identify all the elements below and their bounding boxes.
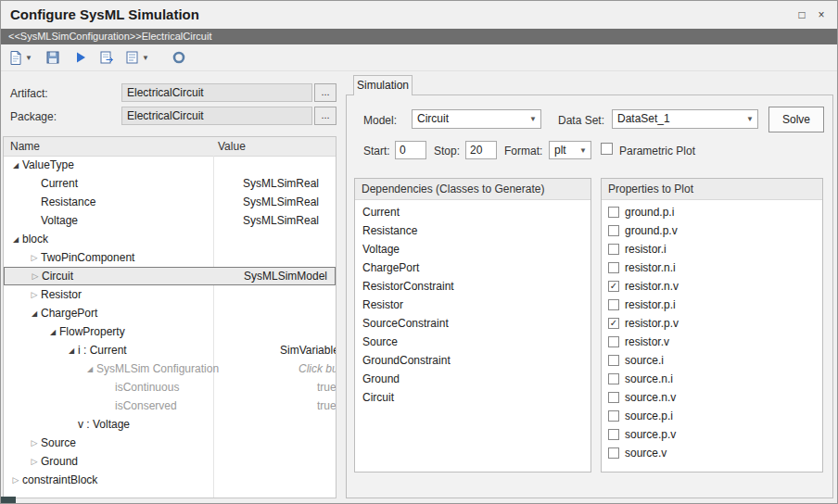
property-item[interactable]: source.p.i [602,407,822,425]
property-item[interactable]: resistor.v [602,333,822,351]
tree-row[interactable]: isContinuoustrue [4,378,336,397]
checkbox-unchecked-icon[interactable] [608,225,619,236]
model-dropdown[interactable]: Circuit ▼ [412,109,541,129]
parametric-plot-checkbox[interactable] [601,143,613,155]
checkbox-checked-icon[interactable]: ✓ [608,318,619,329]
tree-row[interactable]: ▷constraintBlock [4,471,336,489]
checkbox-unchecked-icon[interactable] [608,336,619,347]
dependency-item[interactable]: GroundConstraint [355,351,590,370]
property-item[interactable]: source.p.v [602,425,822,444]
tree-row[interactable]: ResistanceSysMLSimReal [4,193,336,211]
tree-expanded-icon[interactable]: ◢ [83,365,96,373]
checkbox-unchecked-icon[interactable] [608,299,619,310]
checkbox-unchecked-icon[interactable] [608,429,619,440]
tree-row[interactable]: ◢SysMLSim ConfigurationClick button to c… [4,359,336,378]
dependency-item[interactable]: SourceConstraint [355,314,590,333]
dataset-label: Data Set: [558,114,604,127]
tree-collapsed-icon[interactable]: ▷ [28,290,41,299]
tree-collapsed-icon[interactable]: ▷ [9,475,22,485]
tree-row[interactable]: isConservedtrue [4,397,336,415]
generate-code-button[interactable] [99,49,114,66]
property-item[interactable]: resistor.i [602,240,822,258]
package-browse-button[interactable]: ... [314,107,336,125]
property-item[interactable]: ✓resistor.n.v [602,277,822,296]
checkbox-unchecked-icon[interactable] [608,262,619,273]
format-label: Format: [504,145,542,158]
tree-row[interactable]: VoltageSysMLSimReal [4,211,336,230]
tree-item-value: SysMLSimReal [237,177,336,190]
tree-row[interactable]: ◢ChargePort [4,304,336,322]
dependency-item[interactable]: ChargePort [355,258,590,277]
property-item[interactable]: resistor.p.i [602,296,822,314]
close-button[interactable]: × [814,8,829,23]
tree-expanded-icon[interactable]: ◢ [65,346,78,355]
tree-row[interactable]: ▷Resistor [4,285,336,304]
save-button[interactable] [45,49,60,66]
tree-row[interactable]: ◢ValueType [4,156,336,174]
tree-collapsed-icon[interactable]: ▷ [29,271,42,281]
format-dropdown[interactable]: plt ▼ [549,141,591,159]
tree-row[interactable]: ◢i : CurrentSimVariable [4,341,336,359]
tree-collapsed-icon[interactable]: ▷ [28,457,41,466]
checkbox-unchecked-icon[interactable] [608,447,619,459]
tab-simulation[interactable]: Simulation [353,75,413,95]
checkbox-unchecked-icon[interactable] [608,410,619,422]
tree-item-value: true [311,399,336,412]
artifact-field[interactable]: ElectricalCircuit [121,83,312,102]
checkbox-unchecked-icon[interactable] [608,207,619,218]
checkbox-checked-icon[interactable]: ✓ [608,281,619,292]
dependency-item[interactable]: Resistor [355,296,590,314]
stop-input[interactable] [465,141,497,159]
tree-row[interactable]: ▷CircuitSysMLSimModel [4,267,336,285]
build-button[interactable] [171,49,186,66]
tree-collapsed-icon[interactable]: ▷ [28,438,41,447]
dependency-item[interactable]: Circuit [355,388,590,407]
property-item[interactable]: source.n.i [602,370,822,388]
tree-row[interactable]: CurrentSysMLSimReal [4,174,336,193]
dependency-item[interactable]: Source [355,333,590,351]
tree-row[interactable]: ▷Source [4,434,336,452]
dependency-item[interactable]: ResistorConstraint [355,277,590,296]
tree-item-label: ValueType [22,158,74,171]
dependency-item[interactable]: Resistance [355,221,590,240]
tree-item-label: Resistance [41,195,95,208]
property-item[interactable]: ground.p.i [602,203,822,221]
dependencies-list: CurrentResistanceVoltageChargePortResist… [355,200,590,407]
tree-header: Name Value [4,137,336,157]
property-item[interactable]: source.v [602,444,822,462]
start-input[interactable] [395,141,426,159]
property-label: resistor.n.i [625,261,676,274]
run-simulation-button[interactable] [73,49,88,66]
view-report-button[interactable]: ▼ [125,49,149,66]
checkbox-unchecked-icon[interactable] [608,373,619,384]
property-item[interactable]: resistor.n.i [602,258,822,277]
maximize-button[interactable]: □ [794,8,809,23]
tree-row[interactable]: ◢block [4,230,336,248]
new-document-button[interactable]: ▼ [8,49,32,66]
tree-row[interactable]: ▷TwoPinComponent [4,248,336,267]
tree-row[interactable]: v : Voltage [4,415,336,434]
package-field[interactable]: ElectricalCircuit [121,107,312,125]
checkbox-unchecked-icon[interactable] [608,355,619,366]
artifact-browse-button[interactable]: ... [314,83,336,102]
dataset-dropdown[interactable]: DataSet_1 ▼ [612,109,758,129]
property-item[interactable]: source.i [602,351,822,370]
property-item[interactable]: ground.p.v [602,221,822,240]
checkbox-unchecked-icon[interactable] [608,244,619,255]
dependency-item[interactable]: Voltage [355,240,590,258]
tree-expanded-icon[interactable]: ◢ [9,161,22,170]
tree-row[interactable]: ◢FlowProperty [4,322,336,341]
property-item[interactable]: ✓resistor.p.v [602,314,822,333]
solve-button[interactable]: Solve [768,107,824,132]
property-item[interactable]: source.n.v [602,388,822,407]
tree-expanded-icon[interactable]: ◢ [46,328,59,336]
configuration-tree: Name Value ◢ValueTypeCurrentSysMLSimReal… [3,136,336,498]
dependency-item[interactable]: Ground [355,370,590,388]
checkbox-unchecked-icon[interactable] [608,392,619,403]
tree-expanded-icon[interactable]: ◢ [28,309,41,318]
save-icon [45,50,60,65]
tree-collapsed-icon[interactable]: ▷ [28,253,41,262]
tree-row[interactable]: ▷Ground [4,452,336,471]
tree-expanded-icon[interactable]: ◢ [9,235,22,244]
dependency-item[interactable]: Current [355,203,590,221]
